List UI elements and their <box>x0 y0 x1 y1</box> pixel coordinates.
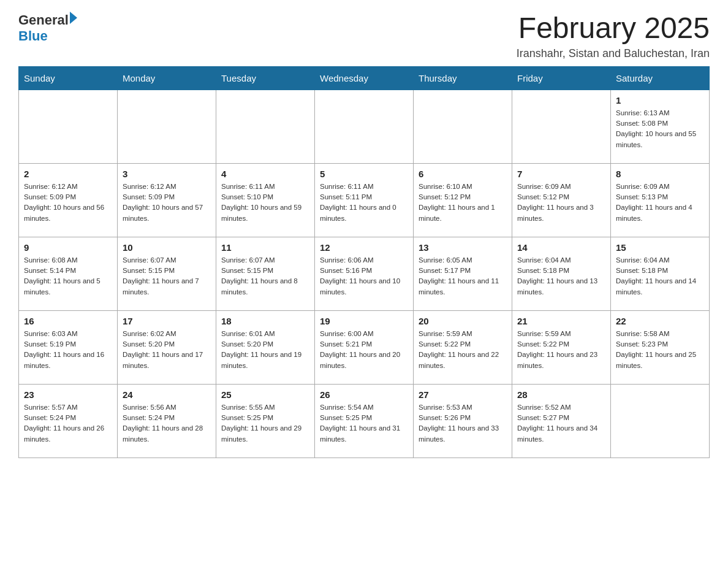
day-number: 5 <box>320 169 408 179</box>
day-info: Sunrise: 5:56 AM Sunset: 5:24 PM Dayligh… <box>123 402 211 445</box>
calendar-cell <box>512 90 611 163</box>
day-info: Sunrise: 6:06 AM Sunset: 5:16 PM Dayligh… <box>320 255 408 297</box>
calendar-cell: 9Sunrise: 6:08 AM Sunset: 5:14 PM Daylig… <box>19 237 118 310</box>
day-info: Sunrise: 5:52 AM Sunset: 5:27 PM Dayligh… <box>517 402 605 445</box>
logo-arrow-icon <box>70 12 77 24</box>
day-number: 24 <box>123 389 211 400</box>
day-number: 1 <box>616 95 704 105</box>
calendar-cell: 4Sunrise: 6:11 AM Sunset: 5:10 PM Daylig… <box>216 163 315 237</box>
header: General Blue February 2025 Iranshahr, Si… <box>18 12 710 60</box>
day-info: Sunrise: 5:59 AM Sunset: 5:22 PM Dayligh… <box>517 329 605 371</box>
logo: General Blue <box>18 12 77 44</box>
day-number: 7 <box>517 169 605 179</box>
day-info: Sunrise: 6:00 AM Sunset: 5:21 PM Dayligh… <box>320 329 408 371</box>
day-header-wednesday: Wednesday <box>315 66 414 90</box>
calendar-cell: 13Sunrise: 6:05 AM Sunset: 5:17 PM Dayli… <box>414 237 512 310</box>
day-info: Sunrise: 6:01 AM Sunset: 5:20 PM Dayligh… <box>221 329 309 371</box>
day-number: 15 <box>616 242 704 253</box>
day-info: Sunrise: 6:04 AM Sunset: 5:18 PM Dayligh… <box>517 255 605 297</box>
day-number: 4 <box>221 169 309 179</box>
day-number: 20 <box>419 316 507 326</box>
day-header-tuesday: Tuesday <box>216 66 315 90</box>
day-number: 12 <box>320 242 408 253</box>
calendar-cell: 21Sunrise: 5:59 AM Sunset: 5:22 PM Dayli… <box>512 310 611 384</box>
calendar-table: SundayMondayTuesdayWednesdayThursdayFrid… <box>18 66 710 458</box>
day-number: 8 <box>616 169 704 179</box>
day-number: 21 <box>517 316 605 326</box>
calendar-week-3: 9Sunrise: 6:08 AM Sunset: 5:14 PM Daylig… <box>19 237 710 310</box>
day-info: Sunrise: 6:12 AM Sunset: 5:09 PM Dayligh… <box>123 182 211 224</box>
day-number: 28 <box>517 389 605 400</box>
day-info: Sunrise: 6:02 AM Sunset: 5:20 PM Dayligh… <box>123 329 211 371</box>
day-number: 18 <box>221 316 309 326</box>
month-title: February 2025 <box>517 12 710 45</box>
day-info: Sunrise: 6:07 AM Sunset: 5:15 PM Dayligh… <box>123 255 211 297</box>
day-number: 19 <box>320 316 408 326</box>
day-number: 22 <box>616 316 704 326</box>
calendar-cell: 19Sunrise: 6:00 AM Sunset: 5:21 PM Dayli… <box>315 310 414 384</box>
day-info: Sunrise: 6:05 AM Sunset: 5:17 PM Dayligh… <box>419 255 507 297</box>
calendar-cell: 23Sunrise: 5:57 AM Sunset: 5:24 PM Dayli… <box>19 384 118 458</box>
day-number: 26 <box>320 389 408 400</box>
day-number: 17 <box>123 316 211 326</box>
day-header-sunday: Sunday <box>19 66 118 90</box>
day-info: Sunrise: 5:54 AM Sunset: 5:25 PM Dayligh… <box>320 402 408 445</box>
day-number: 23 <box>24 389 112 400</box>
day-info: Sunrise: 6:07 AM Sunset: 5:15 PM Dayligh… <box>221 255 309 297</box>
calendar-cell: 27Sunrise: 5:53 AM Sunset: 5:26 PM Dayli… <box>414 384 512 458</box>
calendar-cell: 22Sunrise: 5:58 AM Sunset: 5:23 PM Dayli… <box>611 310 710 384</box>
calendar-cell <box>611 384 710 458</box>
day-info: Sunrise: 6:13 AM Sunset: 5:08 PM Dayligh… <box>616 108 704 150</box>
logo-blue-text: Blue <box>18 28 48 44</box>
day-number: 9 <box>24 242 112 253</box>
day-info: Sunrise: 6:09 AM Sunset: 5:12 PM Dayligh… <box>517 182 605 224</box>
day-number: 3 <box>123 169 211 179</box>
day-number: 25 <box>221 389 309 400</box>
day-info: Sunrise: 5:53 AM Sunset: 5:26 PM Dayligh… <box>419 402 507 445</box>
calendar-cell: 15Sunrise: 6:04 AM Sunset: 5:18 PM Dayli… <box>611 237 710 310</box>
logo-general-text: General <box>18 12 69 28</box>
day-info: Sunrise: 6:08 AM Sunset: 5:14 PM Dayligh… <box>24 255 112 297</box>
calendar-cell <box>315 90 414 163</box>
day-info: Sunrise: 6:11 AM Sunset: 5:10 PM Dayligh… <box>221 182 309 224</box>
calendar-cell: 2Sunrise: 6:12 AM Sunset: 5:09 PM Daylig… <box>19 163 118 237</box>
location-title: Iranshahr, Sistan and Baluchestan, Iran <box>517 47 710 60</box>
calendar-cell: 12Sunrise: 6:06 AM Sunset: 5:16 PM Dayli… <box>315 237 414 310</box>
calendar-cell: 8Sunrise: 6:09 AM Sunset: 5:13 PM Daylig… <box>611 163 710 237</box>
day-number: 13 <box>419 242 507 253</box>
day-info: Sunrise: 6:11 AM Sunset: 5:11 PM Dayligh… <box>320 182 408 224</box>
day-header-friday: Friday <box>512 66 611 90</box>
calendar-cell: 16Sunrise: 6:03 AM Sunset: 5:19 PM Dayli… <box>19 310 118 384</box>
calendar-cell: 11Sunrise: 6:07 AM Sunset: 5:15 PM Dayli… <box>216 237 315 310</box>
calendar-cell: 14Sunrise: 6:04 AM Sunset: 5:18 PM Dayli… <box>512 237 611 310</box>
day-info: Sunrise: 5:59 AM Sunset: 5:22 PM Dayligh… <box>419 329 507 371</box>
day-number: 16 <box>24 316 112 326</box>
calendar-cell: 28Sunrise: 5:52 AM Sunset: 5:27 PM Dayli… <box>512 384 611 458</box>
day-info: Sunrise: 6:10 AM Sunset: 5:12 PM Dayligh… <box>419 182 507 224</box>
calendar-cell: 7Sunrise: 6:09 AM Sunset: 5:12 PM Daylig… <box>512 163 611 237</box>
day-number: 11 <box>221 242 309 253</box>
calendar-week-5: 23Sunrise: 5:57 AM Sunset: 5:24 PM Dayli… <box>19 384 710 458</box>
day-number: 2 <box>24 169 112 179</box>
calendar-cell: 5Sunrise: 6:11 AM Sunset: 5:11 PM Daylig… <box>315 163 414 237</box>
day-number: 6 <box>419 169 507 179</box>
calendar-cell: 3Sunrise: 6:12 AM Sunset: 5:09 PM Daylig… <box>118 163 216 237</box>
calendar-cell: 1Sunrise: 6:13 AM Sunset: 5:08 PM Daylig… <box>611 90 710 163</box>
day-number: 27 <box>419 389 507 400</box>
header-row: SundayMondayTuesdayWednesdayThursdayFrid… <box>19 66 710 90</box>
day-info: Sunrise: 6:04 AM Sunset: 5:18 PM Dayligh… <box>616 255 704 297</box>
calendar-cell: 10Sunrise: 6:07 AM Sunset: 5:15 PM Dayli… <box>118 237 216 310</box>
day-info: Sunrise: 5:55 AM Sunset: 5:25 PM Dayligh… <box>221 402 309 445</box>
day-number: 14 <box>517 242 605 253</box>
day-number: 10 <box>123 242 211 253</box>
day-info: Sunrise: 6:03 AM Sunset: 5:19 PM Dayligh… <box>24 329 112 371</box>
day-header-monday: Monday <box>118 66 216 90</box>
calendar-week-2: 2Sunrise: 6:12 AM Sunset: 5:09 PM Daylig… <box>19 163 710 237</box>
calendar-cell: 24Sunrise: 5:56 AM Sunset: 5:24 PM Dayli… <box>118 384 216 458</box>
calendar-cell: 26Sunrise: 5:54 AM Sunset: 5:25 PM Dayli… <box>315 384 414 458</box>
day-header-thursday: Thursday <box>414 66 512 90</box>
title-area: February 2025 Iranshahr, Sistan and Balu… <box>517 12 710 60</box>
calendar-cell: 25Sunrise: 5:55 AM Sunset: 5:25 PM Dayli… <box>216 384 315 458</box>
calendar-cell <box>118 90 216 163</box>
calendar-cell: 18Sunrise: 6:01 AM Sunset: 5:20 PM Dayli… <box>216 310 315 384</box>
